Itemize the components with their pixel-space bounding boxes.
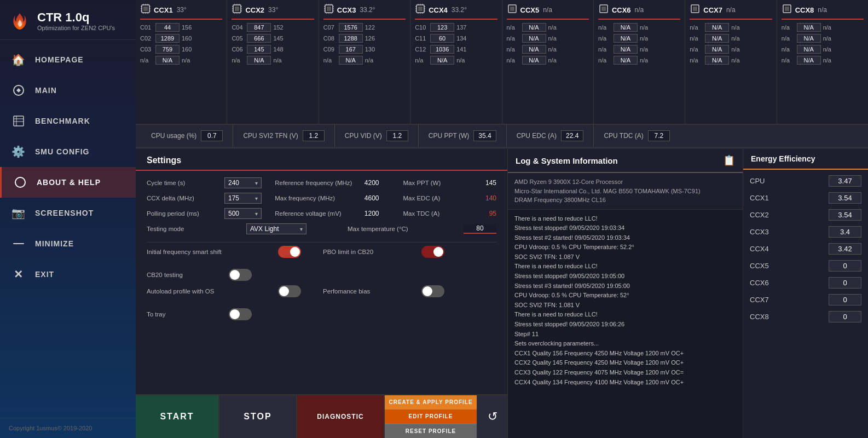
svg-rect-67 [601, 7, 606, 11]
sys-info-dram: DRAM Frequency 3800MHz CL16 [514, 195, 736, 205]
sidebar-item-benchmark[interactable]: BENCHMARK [0, 106, 136, 136]
ccx-delta-select[interactable]: 175 ▾ [224, 193, 262, 204]
ref-volt-val: 1200 [360, 210, 379, 217]
ccx1-temp: 33° [177, 6, 187, 14]
edit-profile-button[interactable]: EDIT PROFILE [385, 409, 477, 423]
energy-row: CCX13.54 [750, 191, 861, 205]
cpu-edc-stat: CPU EDC (A) 22.4 [507, 125, 594, 147]
cpu-chip-icon-4 [415, 3, 426, 16]
to-tray-toggle[interactable] [229, 308, 252, 320]
log-entry: CCX2 Quality 145 Frequency 4250 MHz Volt… [514, 358, 736, 368]
ccx-panel-7: CCX7 n/a n/aN/An/a n/aN/An/a n/aN/An/a n… [685, 0, 777, 124]
autoload-toggle[interactable] [278, 285, 301, 297]
diagnostic-button[interactable]: DIAGNOSTIC [297, 395, 385, 438]
sidebar-item-exit[interactable]: ✕ EXIT [0, 259, 136, 290]
log-header: Log & System Information 📋 [508, 149, 743, 173]
energy-row: CPU3.47 [750, 174, 861, 188]
settings-panel: Settings Cycle time (s) 240 ▾ Reference … [136, 149, 508, 438]
svg-point-6 [15, 177, 25, 187]
exit-icon: ✕ [11, 267, 26, 282]
max-freq-label: Max frequency (MHz) [275, 195, 353, 201]
cb20-testing-toggle[interactable] [229, 269, 252, 281]
cpu-svi2-stat: CPU SVI2 TFN (V) 1.2 [233, 125, 334, 147]
pbo-cb20-toggle[interactable] [421, 246, 444, 258]
to-tray-label: To tray [147, 311, 218, 318]
cycle-time-chevron: ▾ [255, 180, 258, 186]
log-sys-info: AMD Ryzen 9 3900X 12-Core Processor Micr… [508, 173, 743, 210]
log-entry: There is a need to reduce LLC! [514, 262, 736, 272]
sidebar-item-main[interactable]: MAIN [0, 75, 136, 106]
main-icon [11, 83, 26, 98]
sidebar-item-screenshot[interactable]: 📷 SCREENSHOT [0, 198, 136, 228]
create-profile-button[interactable]: CREATE & APPLY PROFILE [385, 395, 477, 409]
energy-row: CCX43.42 [750, 242, 861, 256]
polling-period-select[interactable]: 500 ▾ [224, 208, 262, 219]
log-entry: CCX4 Quality 134 Frequency 4100 MHz Volt… [514, 378, 736, 388]
benchmark-icon [11, 113, 26, 129]
max-tdc-label: Max TDC (A) [403, 210, 474, 217]
sidebar-item-minimize[interactable]: MINIMIZE [0, 228, 136, 259]
ref-volt-label: Reference voltage (mV) [275, 210, 353, 217]
testing-mode-select[interactable]: AVX Light ▾ [246, 223, 306, 234]
profile-buttons: CREATE & APPLY PROFILE EDIT PROFILE RESE… [385, 395, 477, 438]
app-subtitle: Optimization for ZEN2 CPU's [37, 25, 115, 31]
reset-profile-button[interactable]: RESET PROFILE [385, 424, 477, 438]
sidebar-item-homepage[interactable]: 🏠 HOMEPAGE [0, 44, 136, 75]
start-button[interactable]: START [136, 395, 218, 438]
sidebar-item-smu-config[interactable]: ⚙️ SMU CONFIG [0, 136, 136, 167]
log-entry: There is a need to reduce LLC! [514, 214, 736, 224]
stop-button[interactable]: STOP [218, 395, 297, 438]
sidebar: CTR 1.0q Optimization for ZEN2 CPU's 🏠 H… [0, 0, 136, 438]
settings-title: Settings [136, 149, 507, 171]
energy-row: CCX60 [750, 276, 861, 290]
cpu-chip-icon-3 [323, 3, 334, 16]
max-ppt-label: Max PPT (W) [403, 180, 474, 186]
cpu-tdc-stat: CPU TDC (A) 7.2 [594, 125, 679, 147]
camera-icon: 📷 [11, 205, 26, 221]
log-entry: Step# 11 [514, 330, 736, 339]
ccx-panel-1: CCX1 33° C0144156 C021289160 C03759160 n… [136, 0, 227, 124]
ccx-panel-3: CCX3 33.2° C071576122 C081288126 C091671… [319, 0, 410, 124]
testing-mode-val: AVX Light [250, 225, 300, 233]
max-temp-val: 80 [464, 224, 496, 234]
app-logo: CTR 1.0q Optimization for ZEN2 CPU's [0, 0, 136, 40]
log-entry: CCX1 Quality 156 Frequency 4250 MHz Volt… [514, 349, 736, 359]
max-freq-val: 4600 [360, 194, 379, 202]
log-entry: There is a need to reduce LLC! [514, 310, 736, 320]
perf-bias-toggle[interactable] [421, 285, 444, 297]
max-edc-label: Max EDC (A) [403, 195, 474, 201]
log-entry: SOC SVI2 TFN: 1.081 V [514, 301, 736, 310]
cpu-panels: CCX1 33° C0144156 C021289160 C03759160 n… [136, 0, 868, 125]
max-edc-val: 140 [481, 194, 496, 202]
svg-rect-37 [327, 7, 331, 11]
cycle-time-val: 240 [228, 179, 255, 187]
refresh-button[interactable]: ↺ [477, 395, 507, 438]
polling-period-val: 500 [228, 210, 255, 217]
app-title-block: CTR 1.0q Optimization for ZEN2 CPU's [37, 10, 115, 31]
cycle-time-select[interactable]: 240 ▾ [224, 177, 262, 188]
log-entry: CPU Vdroop: 0.5 % CPU Temperature: 52.2° [514, 243, 736, 252]
settings-body: Cycle time (s) 240 ▾ Reference frequency… [136, 171, 507, 394]
energy-row: CCX80 [750, 310, 861, 324]
cpu-ppt-stat: CPU PPT (W) 35.4 [419, 125, 507, 147]
autoload-label: Autoload profile with OS [147, 288, 267, 295]
log-content[interactable]: There is a need to reduce LLC!Stress tes… [508, 210, 743, 439]
ref-freq-label: Reference frequency (MHz) [275, 180, 353, 186]
energy-row: CCX23.54 [750, 208, 861, 222]
action-buttons: START STOP DIAGNOSTIC CREATE & APPLY PRO… [136, 394, 507, 438]
log-entry: Stress test stopped! 09/05/2020 19:03:34 [514, 223, 736, 233]
sidebar-item-about-help[interactable]: ABOUT & HELP [0, 167, 136, 198]
initial-freq-toggle[interactable] [278, 246, 301, 258]
cpu-chip-icon-2 [232, 3, 242, 16]
max-temp-label: Max temperature (°C) [348, 226, 457, 232]
main-content: CCX1 33° C0144156 C021289160 C03759160 n… [136, 0, 868, 438]
svg-rect-71 [785, 7, 789, 11]
svg-rect-9 [143, 7, 148, 11]
cpu-stats-bar: CPU usage (%) 0.7 CPU SVI2 TFN (V) 1.2 C… [136, 125, 868, 148]
cpu-chip-icon-8 [782, 3, 792, 16]
sidebar-item-label: HOMEPAGE [35, 55, 84, 64]
log-clipboard-icon: 📋 [723, 154, 735, 166]
testing-mode-label: Testing mode [147, 226, 240, 232]
cpu-chip-icon-7 [690, 3, 701, 16]
cpu-chip-icon-6 [598, 3, 609, 16]
